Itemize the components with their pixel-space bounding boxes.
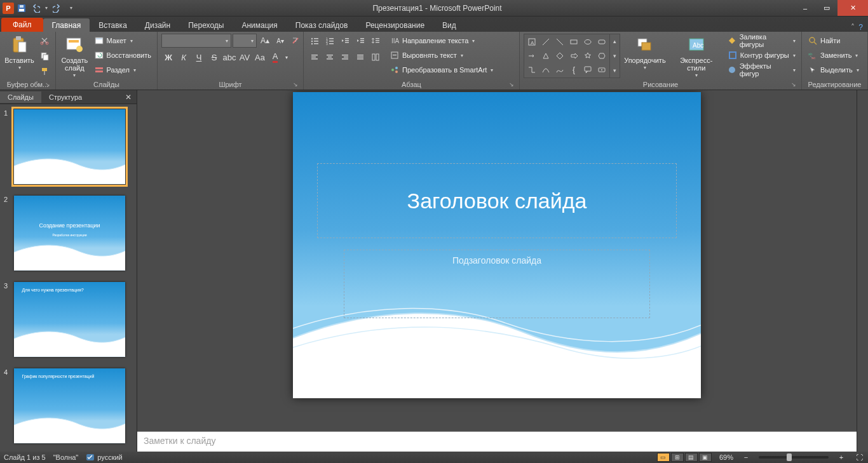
shape-star-icon[interactable] [581, 50, 594, 62]
shape-textbox-icon[interactable]: A [526, 36, 538, 48]
shape-oval-icon[interactable] [581, 36, 594, 48]
thumbnails-list[interactable]: 1 2 Создание презентацииРазработка инстр… [0, 104, 137, 452]
thumbnail-slide[interactable]: Создание презентацииРазработка инструкци… [14, 196, 125, 271]
tab-transitions[interactable]: Переходы [179, 18, 233, 32]
zoom-slider[interactable] [759, 456, 829, 459]
thumbnail-slide[interactable]: График популярности презентаций [14, 368, 125, 443]
undo-icon[interactable] [29, 2, 42, 15]
shape-action-icon[interactable] [595, 64, 608, 76]
shapes-scroll-down-icon[interactable]: ▾ [610, 49, 620, 64]
shape-lcurve-icon[interactable] [553, 64, 566, 76]
redo-icon[interactable] [51, 2, 64, 15]
tab-view[interactable]: Вид [433, 18, 465, 32]
align-left-icon[interactable] [308, 50, 322, 64]
shape-rect-icon[interactable] [567, 36, 580, 48]
minimize-ribbon-icon[interactable]: ˄ [851, 23, 855, 32]
shape-callout-icon[interactable] [581, 64, 594, 76]
zoom-level[interactable]: 69% [719, 453, 733, 461]
vertical-scrollbar[interactable] [857, 90, 868, 452]
shape-line2-icon[interactable] [553, 36, 566, 48]
align-center-icon[interactable] [323, 50, 337, 64]
tab-insert[interactable]: Вставка [90, 18, 136, 32]
decrease-indent-icon[interactable] [338, 34, 352, 48]
shape-curve-icon[interactable] [539, 64, 552, 76]
slide-canvas[interactable]: Заголовок слайда Подзаголовок слайда [137, 90, 857, 427]
layout-button[interactable]: Макет▾ [92, 34, 153, 48]
bold-icon[interactable]: Ж [161, 50, 175, 64]
font-size-combo[interactable]: ▾ [233, 34, 257, 48]
shape-triangle-icon[interactable] [539, 50, 552, 62]
thumbnail-slide[interactable]: Для чего нужна презентация? [14, 282, 125, 357]
align-right-icon[interactable] [338, 50, 352, 64]
shape-connector-icon[interactable] [526, 64, 538, 76]
align-text-button[interactable]: Выровнять текст▾ [388, 48, 495, 62]
tab-animation[interactable]: Анимация [233, 18, 286, 32]
sorter-view-icon[interactable]: ⊞ [671, 453, 684, 462]
tab-file[interactable]: Файл [1, 18, 43, 32]
help-icon[interactable]: ? [858, 23, 863, 32]
font-color-dropdown-icon[interactable]: ▾ [283, 50, 290, 64]
language-indicator[interactable]: русский [86, 453, 122, 461]
title-placeholder[interactable]: Заголовок слайда [317, 163, 677, 238]
shape-hex-icon[interactable] [595, 50, 608, 62]
app-icon[interactable]: P [3, 3, 14, 14]
save-icon[interactable] [15, 2, 28, 15]
convert-smartart-button[interactable]: Преобразовать в SmartArt▾ [388, 63, 495, 77]
paste-button[interactable]: Вставить ▾ [4, 34, 35, 72]
zoom-fit-icon[interactable]: ⛶ [854, 453, 864, 461]
drawing-launcher-icon[interactable]: ↘ [790, 81, 797, 89]
shape-brace-icon[interactable]: { [567, 64, 580, 76]
section-button[interactable]: Раздел▾ [92, 63, 153, 77]
tab-design[interactable]: Дизайн [136, 18, 179, 32]
reset-button[interactable]: Восстановить [92, 48, 153, 62]
tab-outline[interactable]: Структура [41, 91, 90, 103]
font-launcher-icon[interactable]: ↘ [292, 81, 299, 89]
thumbnail-row[interactable]: 4 График популярности презентаций [4, 368, 133, 443]
increase-indent-icon[interactable] [353, 34, 367, 48]
qat-customize-icon[interactable]: ▾ [65, 2, 78, 15]
zoom-out-icon[interactable]: − [741, 453, 751, 461]
quick-styles-button[interactable]: Abc Экспресс-стили▾ [670, 34, 723, 80]
shapes-gallery[interactable]: A { [524, 34, 620, 78]
justify-icon[interactable] [353, 50, 367, 64]
italic-icon[interactable]: К [177, 50, 191, 64]
strike-icon[interactable]: S [207, 50, 221, 64]
subtitle-placeholder[interactable]: Подзаголовок слайда [344, 250, 650, 318]
replace-button[interactable]: abacЗаменить▾ [806, 48, 861, 62]
normal-view-icon[interactable]: ▭ [657, 453, 670, 462]
shape-diamond-icon[interactable] [553, 50, 566, 62]
clipboard-launcher-icon[interactable]: ↘ [44, 81, 51, 89]
grow-font-icon[interactable]: A▴ [258, 34, 272, 48]
zoom-in-icon[interactable]: + [836, 453, 846, 461]
tab-review[interactable]: Рецензирование [356, 18, 433, 32]
clear-format-icon[interactable] [288, 34, 302, 48]
arrange-button[interactable]: Упорядочить▾ [623, 34, 667, 72]
select-button[interactable]: Выделить▾ [806, 63, 861, 77]
columns-icon[interactable] [369, 50, 383, 64]
thumbnail-row[interactable]: 1 [4, 109, 133, 184]
reading-view-icon[interactable]: ▤ [685, 453, 698, 462]
close-panel-icon[interactable]: ✕ [120, 93, 137, 102]
tab-home[interactable]: Главная [43, 18, 90, 32]
tab-slideshow[interactable]: Показ слайдов [287, 18, 357, 32]
change-case-icon[interactable]: Aa [253, 50, 267, 64]
shrink-font-icon[interactable]: A▾ [273, 34, 287, 48]
shape-line-icon[interactable] [539, 36, 552, 48]
line-spacing-icon[interactable] [369, 34, 383, 48]
format-painter-icon[interactable] [37, 64, 51, 78]
shadow-icon[interactable]: abc [222, 50, 236, 64]
shape-outline-button[interactable]: Контур фигуры▾ [726, 48, 797, 62]
find-button[interactable]: Найти [806, 34, 861, 48]
slideshow-view-icon[interactable]: ▣ [699, 453, 712, 462]
shapes-scroll-up-icon[interactable]: ▴ [610, 34, 620, 49]
shape-effects-button[interactable]: Эффекты фигур▾ [726, 63, 797, 77]
undo-dropdown-icon[interactable]: ▾ [43, 2, 50, 15]
notes-pane[interactable]: Заметки к слайду [137, 431, 857, 452]
minimize-button[interactable]: – [794, 0, 816, 16]
shape-fill-button[interactable]: Заливка фигуры▾ [726, 34, 797, 48]
thumbnail-slide[interactable] [14, 109, 125, 184]
char-spacing-icon[interactable]: AV [238, 50, 252, 64]
close-button[interactable]: ✕ [837, 0, 868, 16]
shape-rounded-icon[interactable] [595, 36, 608, 48]
cut-icon[interactable] [37, 34, 51, 48]
